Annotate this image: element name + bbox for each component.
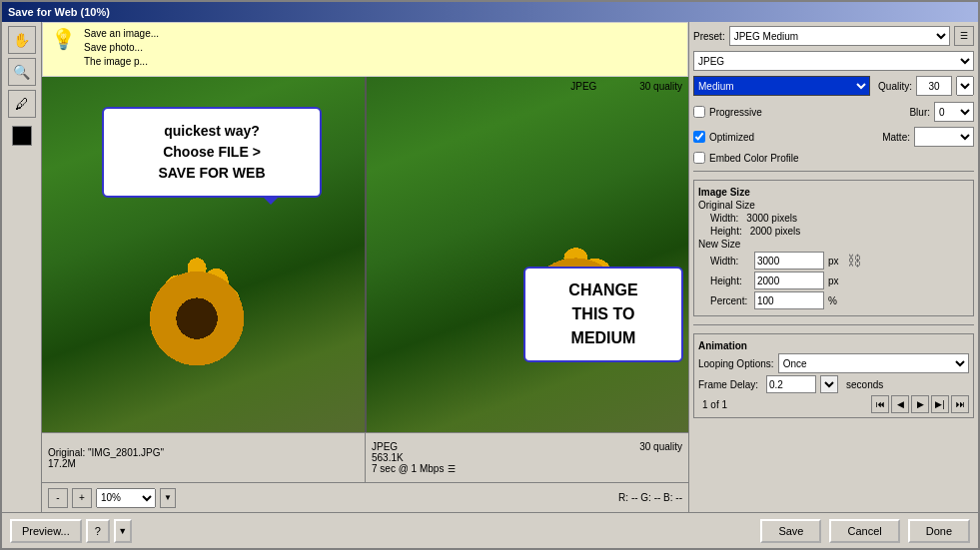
transfer-icon: ☰ <box>448 464 456 474</box>
animation-section: Animation Looping Options: Once Forever … <box>693 333 974 418</box>
anim-play-btn[interactable]: ▶ <box>911 395 929 413</box>
orig-width-label: Width: <box>710 213 738 224</box>
matte-label: Matte: <box>882 132 910 143</box>
left-buttons: Preview... ? ▼ <box>10 519 132 543</box>
frame-delay-dropdown[interactable]: ▼ <box>820 375 838 393</box>
zoom-dropdown-btn[interactable]: ▼ <box>160 488 176 508</box>
tooltip-line1: Save an image... <box>84 27 159 41</box>
orig-height-row: Height: 2000 pixels <box>698 226 969 237</box>
original-size: 17.2M <box>48 458 359 469</box>
new-width-row: Width: px ⛓ <box>698 252 969 270</box>
tooltip-text: Save an image... Save photo... The image… <box>84 27 159 69</box>
matte-select[interactable] <box>914 127 974 147</box>
chain-icon: ⛓ <box>847 253 861 269</box>
hand-tool-btn[interactable]: ✋ <box>8 26 36 54</box>
format-row: JPEG <box>693 51 974 71</box>
help-button[interactable]: ? <box>86 519 110 543</box>
image-size-label: Image Size <box>698 187 969 198</box>
jpeg-format-label: JPEG <box>372 441 398 452</box>
anim-first-btn[interactable]: ⏮ <box>871 395 889 413</box>
new-height-input[interactable] <box>754 272 824 289</box>
left-toolbar: ✋ 🔍 🖊 <box>2 22 42 512</box>
zoom-in-btn[interactable]: + <box>72 488 92 508</box>
blur-label: Blur: <box>909 107 930 118</box>
quality-badge: JPEG 30 quality <box>570 81 682 92</box>
pixel-coords: R: -- G: -- B: -- <box>618 492 682 503</box>
save-for-web-window: Save for Web (10%) ✋ 🔍 🖊 💡 Save an image… <box>0 0 980 550</box>
jpeg-info-pane: JPEG 30 quality 563.1K 7 sec @ 1 Mbps ☰ <box>366 433 688 482</box>
divider2 <box>693 324 974 325</box>
frame-delay-input[interactable] <box>766 375 816 393</box>
quality-input[interactable] <box>916 76 952 96</box>
jpeg-preview-pane: CHANGETHIS TOMEDIUM JPEG 30 quality <box>367 77 689 432</box>
info-bar: Original: "IMG_2801.JPG" 17.2M JPEG 30 q… <box>42 432 688 482</box>
button-bar: Preview... ? ▼ Save Cancel Done <box>2 512 978 548</box>
image-size-section: Image Size Original Size Width: 3000 pix… <box>693 180 974 316</box>
quality-dropdown[interactable]: ▼ <box>956 76 974 96</box>
jpeg-image-container <box>367 77 689 432</box>
callout1-text: quickest way?Choose FILE >SAVE FOR WEB <box>158 123 265 181</box>
looping-select[interactable]: Once Forever <box>778 353 969 373</box>
optimized-label: Optimized <box>709 132 754 143</box>
percent-label: Percent: <box>710 295 750 306</box>
jpeg-sunflower-image <box>367 77 689 432</box>
callout-box-2: CHANGETHIS TOMEDIUM <box>523 267 683 362</box>
anim-prev-btn[interactable]: ◀ <box>891 395 909 413</box>
cancel-button[interactable]: Cancel <box>829 519 899 543</box>
preset-menu-btn[interactable]: ☰ <box>954 26 974 46</box>
color-box[interactable] <box>12 126 32 146</box>
new-width-label: Width: <box>710 256 750 267</box>
orig-height-value: 2000 pixels <box>750 226 801 237</box>
px-label2: px <box>828 275 839 286</box>
preview-button[interactable]: Preview... <box>10 519 82 543</box>
callout2-text: CHANGETHIS TOMEDIUM <box>568 281 637 346</box>
orig-height-label: Height: <box>710 226 742 237</box>
preview-dropdown-btn[interactable]: ▼ <box>114 519 132 543</box>
looping-label: Looping Options: <box>698 358 774 369</box>
right-buttons: Save Cancel Done <box>760 519 970 543</box>
embed-color-label: Embed Color Profile <box>709 153 798 164</box>
blur-select[interactable]: 0 <box>934 102 974 122</box>
center-area: 💡 Save an image... Save photo... The ima… <box>42 22 688 512</box>
new-width-input[interactable] <box>754 252 824 270</box>
tooltip-line3: The image p... <box>84 55 159 69</box>
frame-counter: 1 of 1 <box>698 399 731 410</box>
format-select[interactable]: JPEG <box>693 51 974 71</box>
preview-area: quickest way?Choose FILE >SAVE FOR WEB C… <box>42 77 688 432</box>
divider1 <box>693 171 974 172</box>
zoom-select[interactable]: 10% <box>96 488 156 508</box>
right-panel: Preset: JPEG Medium ☰ JPEG Medium Low Hi… <box>688 22 978 512</box>
new-height-row: Height: px <box>698 272 969 289</box>
eyedropper-tool-btn[interactable]: 🖊 <box>8 90 36 118</box>
orig-width-value: 3000 pixels <box>746 213 797 224</box>
optimized-checkbox[interactable] <box>693 131 705 143</box>
zoom-tool-btn[interactable]: 🔍 <box>8 58 36 86</box>
anim-next-btn[interactable]: ▶| <box>931 395 949 413</box>
px-label1: px <box>828 256 839 267</box>
orig-width-row: Width: 3000 pixels <box>698 213 969 224</box>
compression-select[interactable]: Medium Low High Very High Maximum <box>693 76 870 96</box>
progressive-checkbox[interactable] <box>693 106 705 118</box>
percent-row: Percent: % <box>698 291 969 309</box>
jpeg-quality-info: 30 quality <box>639 441 682 452</box>
save-button[interactable]: Save <box>760 519 821 543</box>
original-info-pane: Original: "IMG_2801.JPG" 17.2M <box>42 433 366 482</box>
title-bar: Save for Web (10%) <box>2 2 978 22</box>
progressive-row: Progressive Blur: 0 <box>693 102 974 122</box>
progressive-label: Progressive <box>709 107 762 118</box>
done-button[interactable]: Done <box>908 519 970 543</box>
preset-select[interactable]: JPEG Medium <box>729 26 950 46</box>
tooltip-line2: Save photo... <box>84 41 159 55</box>
anim-last-btn[interactable]: ⏭ <box>951 395 969 413</box>
original-size-label: Original Size <box>698 200 969 211</box>
zoom-out-btn[interactable]: - <box>48 488 68 508</box>
percent-input[interactable] <box>754 291 824 309</box>
embed-color-checkbox[interactable] <box>693 152 705 164</box>
main-content: ✋ 🔍 🖊 💡 Save an image... Save photo... T… <box>2 22 978 512</box>
frame-delay-label: Frame Delay: <box>698 379 758 390</box>
new-size-label: New Size <box>698 239 969 250</box>
original-filename: Original: "IMG_2801.JPG" <box>48 447 359 458</box>
frame-delay-row: Frame Delay: ▼ seconds <box>698 375 969 393</box>
jpeg-transfer-time: 7 sec @ 1 Mbps <box>372 463 444 474</box>
lightbulb-icon: 💡 <box>51 27 76 51</box>
